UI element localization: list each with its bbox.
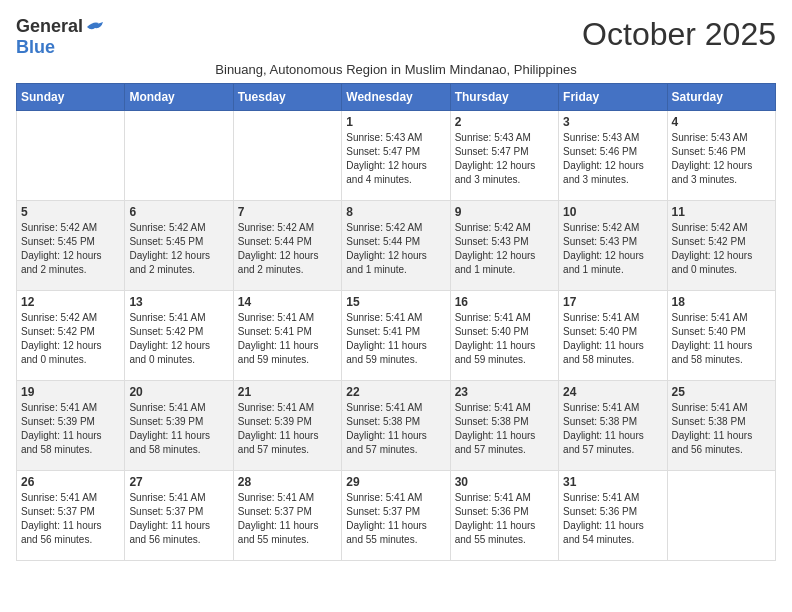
day-cell: 12Sunrise: 5:42 AM Sunset: 5:42 PM Dayli… <box>17 291 125 381</box>
day-info: Sunrise: 5:41 AM Sunset: 5:42 PM Dayligh… <box>129 311 228 367</box>
day-cell <box>125 111 233 201</box>
day-number: 8 <box>346 205 445 219</box>
day-info: Sunrise: 5:42 AM Sunset: 5:44 PM Dayligh… <box>238 221 337 277</box>
day-cell: 15Sunrise: 5:41 AM Sunset: 5:41 PM Dayli… <box>342 291 450 381</box>
day-number: 10 <box>563 205 662 219</box>
day-number: 27 <box>129 475 228 489</box>
day-cell: 29Sunrise: 5:41 AM Sunset: 5:37 PM Dayli… <box>342 471 450 561</box>
day-number: 14 <box>238 295 337 309</box>
day-cell: 19Sunrise: 5:41 AM Sunset: 5:39 PM Dayli… <box>17 381 125 471</box>
day-number: 3 <box>563 115 662 129</box>
day-cell: 23Sunrise: 5:41 AM Sunset: 5:38 PM Dayli… <box>450 381 558 471</box>
header-cell-thursday: Thursday <box>450 84 558 111</box>
day-cell: 8Sunrise: 5:42 AM Sunset: 5:44 PM Daylig… <box>342 201 450 291</box>
day-number: 19 <box>21 385 120 399</box>
day-number: 15 <box>346 295 445 309</box>
header-cell-monday: Monday <box>125 84 233 111</box>
day-number: 23 <box>455 385 554 399</box>
day-cell: 22Sunrise: 5:41 AM Sunset: 5:38 PM Dayli… <box>342 381 450 471</box>
day-cell: 13Sunrise: 5:41 AM Sunset: 5:42 PM Dayli… <box>125 291 233 381</box>
day-info: Sunrise: 5:41 AM Sunset: 5:37 PM Dayligh… <box>21 491 120 547</box>
day-info: Sunrise: 5:42 AM Sunset: 5:43 PM Dayligh… <box>455 221 554 277</box>
day-cell: 31Sunrise: 5:41 AM Sunset: 5:36 PM Dayli… <box>559 471 667 561</box>
logo-blue-text: Blue <box>16 37 55 58</box>
day-number: 22 <box>346 385 445 399</box>
week-row-3: 12Sunrise: 5:42 AM Sunset: 5:42 PM Dayli… <box>17 291 776 381</box>
day-number: 9 <box>455 205 554 219</box>
logo-bird-icon <box>85 19 105 35</box>
day-cell: 7Sunrise: 5:42 AM Sunset: 5:44 PM Daylig… <box>233 201 341 291</box>
day-info: Sunrise: 5:41 AM Sunset: 5:40 PM Dayligh… <box>455 311 554 367</box>
day-number: 25 <box>672 385 771 399</box>
day-info: Sunrise: 5:41 AM Sunset: 5:41 PM Dayligh… <box>238 311 337 367</box>
day-number: 18 <box>672 295 771 309</box>
week-row-1: 1Sunrise: 5:43 AM Sunset: 5:47 PM Daylig… <box>17 111 776 201</box>
day-info: Sunrise: 5:41 AM Sunset: 5:37 PM Dayligh… <box>238 491 337 547</box>
day-number: 30 <box>455 475 554 489</box>
day-info: Sunrise: 5:42 AM Sunset: 5:44 PM Dayligh… <box>346 221 445 277</box>
day-info: Sunrise: 5:41 AM Sunset: 5:40 PM Dayligh… <box>672 311 771 367</box>
day-number: 28 <box>238 475 337 489</box>
day-cell: 30Sunrise: 5:41 AM Sunset: 5:36 PM Dayli… <box>450 471 558 561</box>
subtitle: Binuang, Autonomous Region in Muslim Min… <box>16 62 776 77</box>
day-cell: 4Sunrise: 5:43 AM Sunset: 5:46 PM Daylig… <box>667 111 775 201</box>
day-info: Sunrise: 5:41 AM Sunset: 5:38 PM Dayligh… <box>672 401 771 457</box>
day-cell: 6Sunrise: 5:42 AM Sunset: 5:45 PM Daylig… <box>125 201 233 291</box>
title-area: October 2025 <box>105 16 776 53</box>
day-number: 4 <box>672 115 771 129</box>
day-info: Sunrise: 5:43 AM Sunset: 5:46 PM Dayligh… <box>563 131 662 187</box>
day-number: 5 <box>21 205 120 219</box>
calendar-header: SundayMondayTuesdayWednesdayThursdayFrid… <box>17 84 776 111</box>
header-cell-saturday: Saturday <box>667 84 775 111</box>
day-cell <box>17 111 125 201</box>
calendar-body: 1Sunrise: 5:43 AM Sunset: 5:47 PM Daylig… <box>17 111 776 561</box>
day-info: Sunrise: 5:43 AM Sunset: 5:47 PM Dayligh… <box>346 131 445 187</box>
day-info: Sunrise: 5:41 AM Sunset: 5:41 PM Dayligh… <box>346 311 445 367</box>
day-info: Sunrise: 5:43 AM Sunset: 5:47 PM Dayligh… <box>455 131 554 187</box>
day-number: 17 <box>563 295 662 309</box>
day-number: 11 <box>672 205 771 219</box>
day-info: Sunrise: 5:42 AM Sunset: 5:42 PM Dayligh… <box>21 311 120 367</box>
day-cell: 10Sunrise: 5:42 AM Sunset: 5:43 PM Dayli… <box>559 201 667 291</box>
day-number: 6 <box>129 205 228 219</box>
day-cell: 27Sunrise: 5:41 AM Sunset: 5:37 PM Dayli… <box>125 471 233 561</box>
day-cell: 5Sunrise: 5:42 AM Sunset: 5:45 PM Daylig… <box>17 201 125 291</box>
day-cell: 16Sunrise: 5:41 AM Sunset: 5:40 PM Dayli… <box>450 291 558 381</box>
day-cell: 28Sunrise: 5:41 AM Sunset: 5:37 PM Dayli… <box>233 471 341 561</box>
day-number: 31 <box>563 475 662 489</box>
day-number: 7 <box>238 205 337 219</box>
logo-general-text: General <box>16 16 83 37</box>
header-cell-friday: Friday <box>559 84 667 111</box>
day-info: Sunrise: 5:41 AM Sunset: 5:40 PM Dayligh… <box>563 311 662 367</box>
day-info: Sunrise: 5:42 AM Sunset: 5:42 PM Dayligh… <box>672 221 771 277</box>
day-cell: 18Sunrise: 5:41 AM Sunset: 5:40 PM Dayli… <box>667 291 775 381</box>
day-number: 16 <box>455 295 554 309</box>
day-info: Sunrise: 5:42 AM Sunset: 5:45 PM Dayligh… <box>21 221 120 277</box>
day-cell: 17Sunrise: 5:41 AM Sunset: 5:40 PM Dayli… <box>559 291 667 381</box>
day-cell: 3Sunrise: 5:43 AM Sunset: 5:46 PM Daylig… <box>559 111 667 201</box>
logo: General Blue <box>16 16 105 58</box>
day-info: Sunrise: 5:41 AM Sunset: 5:39 PM Dayligh… <box>238 401 337 457</box>
day-info: Sunrise: 5:41 AM Sunset: 5:38 PM Dayligh… <box>563 401 662 457</box>
day-info: Sunrise: 5:41 AM Sunset: 5:39 PM Dayligh… <box>21 401 120 457</box>
day-info: Sunrise: 5:41 AM Sunset: 5:36 PM Dayligh… <box>563 491 662 547</box>
day-cell: 1Sunrise: 5:43 AM Sunset: 5:47 PM Daylig… <box>342 111 450 201</box>
day-info: Sunrise: 5:41 AM Sunset: 5:38 PM Dayligh… <box>455 401 554 457</box>
header-row: SundayMondayTuesdayWednesdayThursdayFrid… <box>17 84 776 111</box>
day-info: Sunrise: 5:41 AM Sunset: 5:37 PM Dayligh… <box>129 491 228 547</box>
day-number: 26 <box>21 475 120 489</box>
day-cell <box>667 471 775 561</box>
day-info: Sunrise: 5:42 AM Sunset: 5:45 PM Dayligh… <box>129 221 228 277</box>
day-cell: 25Sunrise: 5:41 AM Sunset: 5:38 PM Dayli… <box>667 381 775 471</box>
day-number: 29 <box>346 475 445 489</box>
week-row-2: 5Sunrise: 5:42 AM Sunset: 5:45 PM Daylig… <box>17 201 776 291</box>
day-cell: 11Sunrise: 5:42 AM Sunset: 5:42 PM Dayli… <box>667 201 775 291</box>
header-cell-wednesday: Wednesday <box>342 84 450 111</box>
day-number: 24 <box>563 385 662 399</box>
day-number: 20 <box>129 385 228 399</box>
day-cell <box>233 111 341 201</box>
main-title: October 2025 <box>105 16 776 53</box>
day-cell: 2Sunrise: 5:43 AM Sunset: 5:47 PM Daylig… <box>450 111 558 201</box>
calendar-table: SundayMondayTuesdayWednesdayThursdayFrid… <box>16 83 776 561</box>
day-info: Sunrise: 5:42 AM Sunset: 5:43 PM Dayligh… <box>563 221 662 277</box>
